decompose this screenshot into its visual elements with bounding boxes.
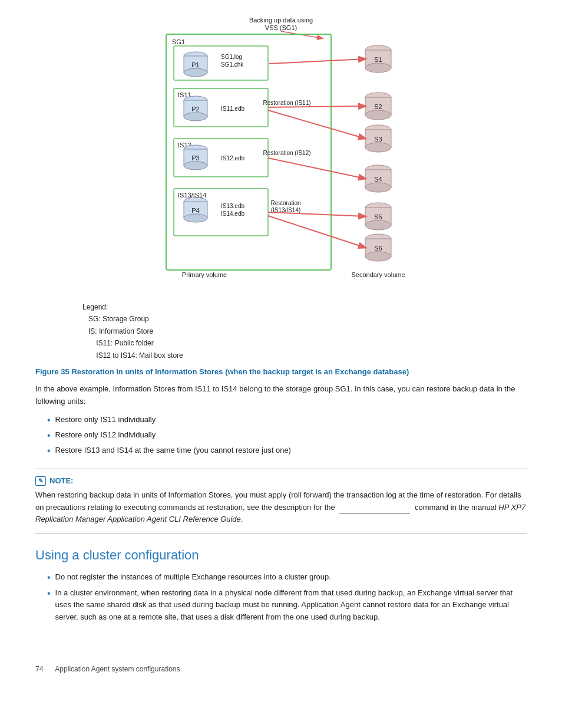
svg-text:S6: S6	[374, 245, 382, 252]
svg-point-8	[184, 68, 207, 77]
legend-sg: SG: Storage Group	[82, 315, 149, 323]
note-text: When restoring backup data in units of I…	[35, 489, 527, 526]
figure-caption: Figure 35 Restoration in units of Inform…	[35, 367, 527, 376]
svg-text:SG1.chk: SG1.chk	[221, 61, 244, 68]
svg-point-57	[365, 252, 391, 261]
svg-text:S2: S2	[374, 103, 382, 110]
svg-text:S5: S5	[374, 213, 382, 220]
note-blank	[339, 513, 410, 513]
svg-line-63	[268, 110, 365, 139]
section-heading: Using a cluster configuration	[35, 548, 527, 563]
note-header: NOTE:	[35, 476, 527, 486]
legend: Legend: SG: Storage Group IS: Informatio…	[82, 301, 527, 361]
svg-point-30	[184, 214, 207, 222]
svg-text:P3: P3	[191, 154, 199, 162]
bullet-list: Restore only IS11 individually Restore o…	[47, 414, 527, 458]
svg-point-16	[184, 113, 207, 121]
svg-text:P2: P2	[191, 106, 199, 113]
svg-point-53	[365, 220, 391, 230]
legend-is: IS: Information Store	[82, 327, 153, 335]
svg-text:VSS (SG1): VSS (SG1)	[265, 24, 297, 31]
svg-text:SG1.log: SG1.log	[221, 54, 242, 60]
footer-section-title: Application Agent system configurations	[55, 665, 180, 673]
svg-text:S3: S3	[374, 136, 382, 143]
svg-text:Primary volume: Primary volume	[182, 271, 227, 278]
cluster-bullet-1: Do not register the instances of multipl…	[47, 571, 527, 584]
svg-text:P4: P4	[191, 207, 199, 214]
svg-text:Secondary volume: Secondary volume	[351, 271, 405, 278]
bullet-item-1: Restore only IS11 individually	[47, 414, 527, 427]
svg-text:S4: S4	[374, 176, 382, 183]
bullet-item-2: Restore only IS12 individually	[47, 429, 527, 442]
note-label: NOTE:	[49, 476, 73, 485]
bullet-item-3: Restore IS13 and IS14 at the same time (…	[47, 444, 527, 457]
svg-text:IS13.edb: IS13.edb	[221, 203, 244, 209]
svg-text:P1: P1	[191, 61, 199, 68]
svg-text:Backing up data using: Backing up data using	[249, 17, 313, 24]
note-box: NOTE: When restoring backup data in unit…	[35, 469, 527, 533]
svg-text:IS11.edb: IS11.edb	[221, 106, 244, 112]
svg-point-49	[365, 183, 391, 192]
svg-point-45	[365, 143, 391, 152]
svg-text:IS14.edb: IS14.edb	[221, 210, 244, 217]
svg-point-23	[184, 162, 207, 170]
note-icon	[35, 476, 46, 486]
svg-text:Restoration (IS12): Restoration (IS12)	[263, 150, 310, 156]
svg-point-37	[365, 63, 391, 73]
svg-text:IS12.edb: IS12.edb	[221, 155, 244, 162]
svg-text:Restoration (IS11): Restoration (IS11)	[263, 100, 310, 106]
svg-line-60	[269, 59, 365, 64]
svg-line-69	[268, 216, 365, 248]
cluster-bullet-list: Do not register the instances of multipl…	[47, 571, 527, 624]
legend-title: Legend:	[82, 303, 108, 311]
svg-line-68	[268, 212, 365, 216]
diagram-svg: Backing up data using VSS (SG1) SG1 P	[134, 12, 428, 297]
body-paragraph: In the above example, Information Stores…	[35, 383, 527, 408]
cluster-bullet-2: In a cluster environment, when restoring…	[47, 587, 527, 624]
svg-text:S1: S1	[374, 56, 382, 63]
svg-line-62	[268, 106, 365, 107]
diagram-container: Backing up data using VSS (SG1) SG1 P	[35, 12, 527, 297]
svg-line-65	[268, 158, 365, 179]
legend-is11: IS11: Public folder	[82, 339, 154, 347]
svg-text:SG1: SG1	[172, 38, 185, 45]
page-number: 74	[35, 665, 43, 673]
svg-point-41	[365, 110, 391, 120]
page-footer: 74 Application Agent system configuratio…	[35, 659, 527, 673]
svg-text:Restoration: Restoration	[270, 200, 300, 206]
legend-is12: IS12 to IS14: Mail box store	[82, 351, 183, 360]
